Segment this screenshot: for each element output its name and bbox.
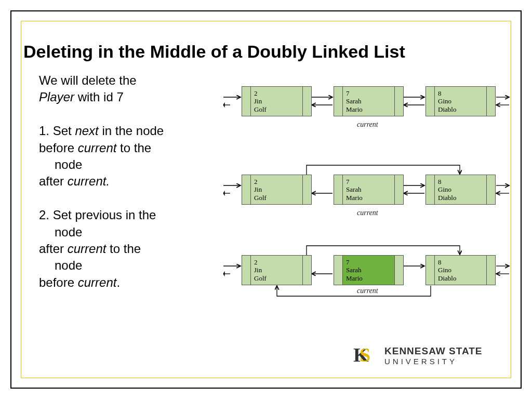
s1-cur2: current. (68, 174, 110, 188)
ks-monogram-icon (351, 341, 379, 369)
node-data: 8 Gino Diablo (435, 175, 486, 204)
s2c: after (39, 242, 68, 256)
next-ptr-icon (302, 175, 311, 204)
s2-cur2: current (78, 275, 117, 289)
node-data: 2 Jin Golf (251, 175, 302, 204)
node-game: Diablo (438, 105, 483, 114)
node-name: Gino (438, 185, 483, 194)
body-text: We will delete the Player with id 7 1. S… (23, 72, 195, 291)
s2-cur1: current (68, 242, 107, 256)
caption-current: current (357, 209, 378, 217)
s1-cur1: current (78, 141, 117, 155)
node-data: 8 Gino Diablo (435, 256, 486, 285)
node-name: Jin (254, 97, 299, 105)
node-name: Sarah (346, 97, 391, 105)
node-7-sarah: 7 Sarah Mario (334, 175, 404, 205)
s2g: . (116, 275, 120, 289)
next-ptr-icon (302, 256, 311, 285)
prev-ptr-icon (242, 87, 251, 116)
node-data: 7 Sarah Mario (343, 175, 394, 204)
logo-line1: KENNESAW STATE (384, 345, 483, 357)
s1a: 1. Set (39, 124, 75, 138)
node-name: Gino (438, 97, 483, 105)
node-2-jin: 2 Jin Golf (242, 86, 312, 116)
node-id: 7 (346, 89, 391, 98)
node-name: Gino (438, 266, 483, 274)
node-8-gino: 8 Gino Diablo (425, 175, 496, 205)
s1d: to the (116, 141, 151, 155)
s1-next: next (75, 124, 98, 138)
s2d: to the (106, 242, 141, 256)
node-name: Sarah (346, 185, 391, 194)
node-name: Jin (254, 185, 299, 194)
node-id: 7 (346, 258, 391, 267)
node-game: Golf (254, 274, 299, 283)
node-8-gino: 8 Gino Diablo (425, 255, 496, 285)
node-8-gino: 8 Gino Diablo (425, 86, 496, 116)
s2e: node (39, 257, 82, 274)
intro-player: Player (39, 90, 74, 104)
prev-ptr-icon (334, 256, 343, 285)
s1e: node (39, 156, 82, 173)
node-game: Diablo (438, 274, 483, 283)
next-ptr-icon (486, 256, 495, 285)
prev-ptr-icon (426, 256, 435, 285)
next-ptr-icon (394, 87, 403, 116)
node-data: 7 Sarah Mario (343, 256, 394, 285)
university-logo: KENNESAW STATE UNIVERSITY (351, 340, 502, 371)
s2a: 2. Set previous in the (39, 208, 156, 222)
logo-text: KENNESAW STATE UNIVERSITY (384, 345, 483, 366)
intro-l2-rest: with id 7 (74, 90, 124, 104)
node-data: 2 Jin Golf (251, 87, 302, 116)
s1c: before (39, 141, 78, 155)
node-2-jin: 2 Jin Golf (242, 255, 312, 285)
s1f: after (39, 174, 68, 188)
diagrams-container: 2 Jin Golf 7 Sarah Mario 8 Gin (221, 83, 512, 325)
node-id: 2 (254, 258, 299, 267)
logo-line2: UNIVERSITY (384, 357, 483, 366)
prev-ptr-icon (242, 175, 251, 204)
prev-ptr-icon (426, 175, 435, 204)
s1b: in the node (99, 124, 164, 138)
node-data: 7 Sarah Mario (343, 87, 394, 116)
caption-current: current (357, 287, 378, 295)
node-7-sarah-deleted: 7 Sarah Mario (334, 255, 404, 285)
prev-ptr-icon (242, 256, 251, 285)
node-id: 7 (346, 178, 391, 186)
s2b: node (39, 224, 82, 241)
node-game: Mario (346, 105, 391, 114)
prev-ptr-icon (334, 175, 343, 204)
next-ptr-icon (394, 256, 403, 285)
s2f: before (39, 275, 78, 289)
node-game: Diablo (438, 194, 483, 202)
node-2-jin: 2 Jin Golf (242, 175, 312, 205)
next-ptr-icon (486, 87, 495, 116)
node-game: Mario (346, 194, 391, 202)
node-id: 8 (438, 258, 483, 267)
node-id: 2 (254, 89, 299, 98)
slide-content: Deleting in the Middle of a Doubly Linke… (23, 26, 509, 376)
node-game: Mario (346, 274, 391, 283)
page-title: Deleting in the Middle of a Doubly Linke… (23, 26, 509, 72)
node-data: 8 Gino Diablo (435, 87, 486, 116)
node-id: 2 (254, 178, 299, 186)
diagram-step2: 2 Jin Golf 7 Sarah Mario 8 Gin (221, 244, 512, 301)
next-ptr-icon (302, 87, 311, 116)
node-id: 8 (438, 178, 483, 186)
next-ptr-icon (394, 175, 403, 204)
next-ptr-icon (486, 175, 495, 204)
prev-ptr-icon (426, 87, 435, 116)
node-name: Jin (254, 266, 299, 274)
node-7-sarah: 7 Sarah Mario (334, 86, 404, 116)
node-game: Golf (254, 194, 299, 202)
prev-ptr-icon (334, 87, 343, 116)
node-name: Sarah (346, 266, 391, 274)
caption-current: current (357, 121, 378, 129)
node-data: 2 Jin Golf (251, 256, 302, 285)
node-game: Golf (254, 105, 299, 114)
node-id: 8 (438, 89, 483, 98)
diagram-initial: 2 Jin Golf 7 Sarah Mario 8 Gin (221, 83, 512, 140)
diagram-step1: 2 Jin Golf 7 Sarah Mario 8 Gin (221, 164, 512, 221)
intro-l1: We will delete the (39, 73, 137, 87)
